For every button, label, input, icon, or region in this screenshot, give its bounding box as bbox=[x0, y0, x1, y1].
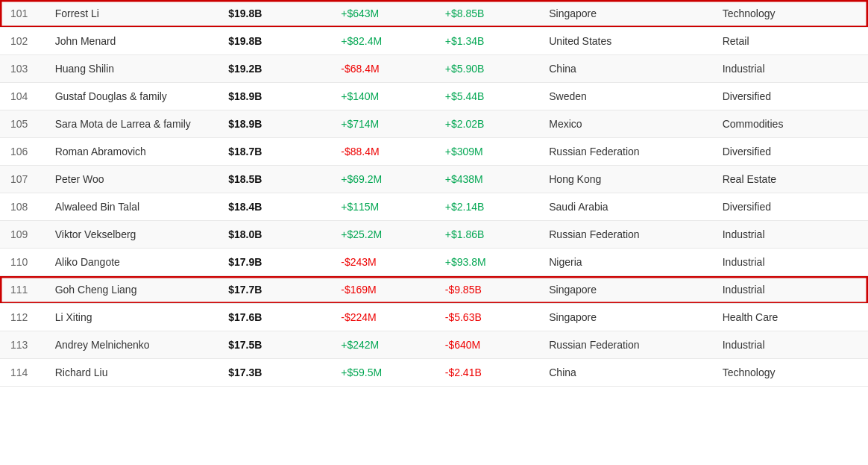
rank-cell: 103 bbox=[0, 55, 45, 83]
change-cell: -$88.4M bbox=[330, 138, 434, 166]
rank-cell: 101 bbox=[0, 0, 45, 28]
ytd-cell: +$2.02B bbox=[435, 110, 538, 138]
change-cell: +$69.2M bbox=[330, 166, 434, 193]
industry-cell: Retail bbox=[712, 28, 868, 55]
name-cell: Sara Mota de Larrea & family bbox=[45, 110, 218, 138]
change-cell: -$243M bbox=[330, 249, 434, 276]
ytd-cell: +$93.8M bbox=[435, 249, 538, 276]
change-cell: +$115M bbox=[330, 193, 434, 221]
industry-cell: Industrial bbox=[712, 331, 868, 359]
ytd-cell: -$640M bbox=[435, 331, 538, 359]
change-cell: +$82.4M bbox=[330, 28, 434, 55]
name-cell: Alwaleed Bin Talal bbox=[45, 193, 218, 221]
rank-cell: 112 bbox=[0, 304, 45, 331]
ytd-cell: +$5.44B bbox=[435, 83, 538, 110]
table-row: 106 Roman Abramovich $18.7B -$88.4M +$30… bbox=[0, 138, 868, 166]
name-cell: Forrest Li bbox=[45, 0, 218, 28]
name-cell: John Menard bbox=[45, 28, 218, 55]
name-cell: Richard Liu bbox=[45, 359, 218, 387]
country-cell: Russian Federation bbox=[538, 221, 711, 249]
rank-cell: 105 bbox=[0, 110, 45, 138]
rank-cell: 108 bbox=[0, 193, 45, 221]
rank-cell: 106 bbox=[0, 138, 45, 166]
ytd-cell: -$9.85B bbox=[435, 276, 538, 304]
change-cell: -$224M bbox=[330, 304, 434, 331]
change-cell: +$25.2M bbox=[330, 221, 434, 249]
networth-cell: $18.5B bbox=[218, 166, 330, 193]
table-row: 110 Aliko Dangote $17.9B -$243M +$93.8M … bbox=[0, 249, 868, 276]
networth-cell: $18.9B bbox=[218, 110, 330, 138]
table-row: 109 Viktor Vekselberg $18.0B +$25.2M +$1… bbox=[0, 221, 868, 249]
rank-cell: 102 bbox=[0, 28, 45, 55]
rank-cell: 113 bbox=[0, 331, 45, 359]
industry-cell: Industrial bbox=[712, 249, 868, 276]
rank-cell: 111 bbox=[0, 276, 45, 304]
rank-cell: 109 bbox=[0, 221, 45, 249]
table-row: 104 Gustaf Douglas & family $18.9B +$140… bbox=[0, 83, 868, 110]
industry-cell: Real Estate bbox=[712, 166, 868, 193]
industry-cell: Industrial bbox=[712, 221, 868, 249]
rank-cell: 114 bbox=[0, 359, 45, 387]
ytd-cell: +$5.90B bbox=[435, 55, 538, 83]
industry-cell: Industrial bbox=[712, 55, 868, 83]
country-cell: China bbox=[538, 55, 711, 83]
industry-cell: Health Care bbox=[712, 304, 868, 331]
table-row: 111 Goh Cheng Liang $17.7B -$169M -$9.85… bbox=[0, 276, 868, 304]
industry-cell: Technology bbox=[712, 359, 868, 387]
country-cell: Russian Federation bbox=[538, 331, 711, 359]
ytd-cell: +$309M bbox=[435, 138, 538, 166]
country-cell: Saudi Arabia bbox=[538, 193, 711, 221]
networth-cell: $17.7B bbox=[218, 276, 330, 304]
name-cell: Roman Abramovich bbox=[45, 138, 218, 166]
industry-cell: Technology bbox=[712, 0, 868, 28]
networth-cell: $18.0B bbox=[218, 221, 330, 249]
name-cell: Gustaf Douglas & family bbox=[45, 83, 218, 110]
industry-cell: Diversified bbox=[712, 193, 868, 221]
networth-cell: $18.7B bbox=[218, 138, 330, 166]
ytd-cell: +$1.34B bbox=[435, 28, 538, 55]
name-cell: Aliko Dangote bbox=[45, 249, 218, 276]
networth-cell: $17.9B bbox=[218, 249, 330, 276]
rank-cell: 110 bbox=[0, 249, 45, 276]
table-row: 113 Andrey Melnichenko $17.5B +$242M -$6… bbox=[0, 331, 868, 359]
ytd-cell: +$1.86B bbox=[435, 221, 538, 249]
change-cell: -$68.4M bbox=[330, 55, 434, 83]
industry-cell: Commodities bbox=[712, 110, 868, 138]
country-cell: Sweden bbox=[538, 83, 711, 110]
table-row: 114 Richard Liu $17.3B +$59.5M -$2.41B C… bbox=[0, 359, 868, 387]
table-row: 107 Peter Woo $18.5B +$69.2M +$438M Hong… bbox=[0, 166, 868, 193]
country-cell: Mexico bbox=[538, 110, 711, 138]
table-row: 112 Li Xiting $17.6B -$224M -$5.63B Sing… bbox=[0, 304, 868, 331]
table-row: 108 Alwaleed Bin Talal $18.4B +$115M +$2… bbox=[0, 193, 868, 221]
ytd-cell: +$2.14B bbox=[435, 193, 538, 221]
table-row: 105 Sara Mota de Larrea & family $18.9B … bbox=[0, 110, 868, 138]
table-row: 101 Forrest Li $19.8B +$643M +$8.85B Sin… bbox=[0, 0, 868, 28]
billionaires-table: 101 Forrest Li $19.8B +$643M +$8.85B Sin… bbox=[0, 0, 868, 387]
networth-cell: $18.4B bbox=[218, 193, 330, 221]
country-cell: Russian Federation bbox=[538, 138, 711, 166]
industry-cell: Diversified bbox=[712, 138, 868, 166]
name-cell: Goh Cheng Liang bbox=[45, 276, 218, 304]
rank-cell: 107 bbox=[0, 166, 45, 193]
networth-cell: $19.8B bbox=[218, 28, 330, 55]
name-cell: Li Xiting bbox=[45, 304, 218, 331]
table-row: 102 John Menard $19.8B +$82.4M +$1.34B U… bbox=[0, 28, 868, 55]
industry-cell: Diversified bbox=[712, 83, 868, 110]
change-cell: +$59.5M bbox=[330, 359, 434, 387]
ytd-cell: -$2.41B bbox=[435, 359, 538, 387]
ytd-cell: +$8.85B bbox=[435, 0, 538, 28]
name-cell: Andrey Melnichenko bbox=[45, 331, 218, 359]
networth-cell: $17.3B bbox=[218, 359, 330, 387]
change-cell: +$714M bbox=[330, 110, 434, 138]
change-cell: +$242M bbox=[330, 331, 434, 359]
networth-cell: $17.5B bbox=[218, 331, 330, 359]
country-cell: Hong Kong bbox=[538, 166, 711, 193]
country-cell: United States bbox=[538, 28, 711, 55]
ytd-cell: -$5.63B bbox=[435, 304, 538, 331]
ytd-cell: +$438M bbox=[435, 166, 538, 193]
change-cell: +$140M bbox=[330, 83, 434, 110]
name-cell: Huang Shilin bbox=[45, 55, 218, 83]
table-row: 103 Huang Shilin $19.2B -$68.4M +$5.90B … bbox=[0, 55, 868, 83]
country-cell: Singapore bbox=[538, 276, 711, 304]
networth-cell: $19.2B bbox=[218, 55, 330, 83]
